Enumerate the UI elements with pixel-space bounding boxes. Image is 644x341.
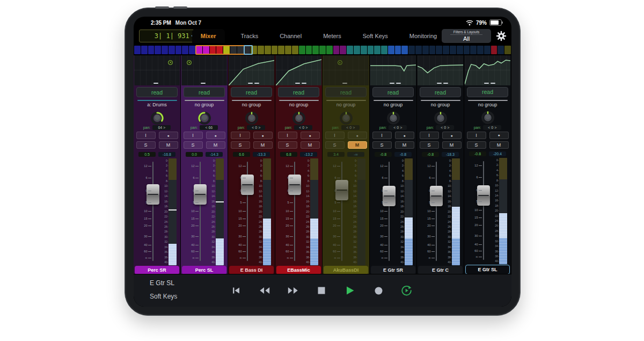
- track-color-cell[interactable]: [361, 46, 367, 54]
- fader[interactable]: 12605101520304060∞: [137, 158, 160, 265]
- group-indicator[interactable]: no group: [181, 98, 228, 111]
- fast-forward-button[interactable]: [287, 285, 299, 296]
- fader-cap[interactable]: [147, 184, 159, 205]
- volume-up-button[interactable]: [155, 6, 169, 9]
- volume-down-button[interactable]: [173, 6, 187, 9]
- track-color-cell[interactable]: [436, 46, 442, 54]
- input-monitor-button[interactable]: I: [136, 132, 156, 139]
- track-color-cell[interactable]: [415, 46, 422, 54]
- automation-graph[interactable]: [229, 55, 274, 85]
- input-monitor-button[interactable]: I: [184, 132, 203, 139]
- skip-to-start-button[interactable]: [230, 285, 242, 296]
- automation-read-button[interactable]: read: [231, 87, 272, 97]
- mute-button[interactable]: M: [301, 141, 320, 149]
- automation-read-button[interactable]: read: [420, 87, 461, 97]
- record-arm-button[interactable]: ●: [301, 132, 320, 139]
- automation-read-button[interactable]: read: [467, 87, 508, 97]
- automation-graph[interactable]: [465, 55, 510, 85]
- track-color-cell[interactable]: [292, 46, 298, 54]
- track-color-scrubber[interactable]: [134, 46, 511, 54]
- solo-button[interactable]: S: [136, 141, 156, 149]
- mute-button[interactable]: M: [159, 141, 178, 149]
- tab-monitoring[interactable]: Monitoring: [404, 30, 442, 42]
- pan-value[interactable]: < 0 >: [341, 125, 360, 130]
- mute-button[interactable]: M: [489, 141, 509, 149]
- solo-button[interactable]: S: [420, 141, 439, 149]
- track-color-cell[interactable]: [244, 46, 251, 54]
- track-color-cell[interactable]: [182, 46, 188, 54]
- pan-knob[interactable]: [134, 111, 180, 125]
- play-button[interactable]: [344, 285, 356, 296]
- track-color-cell[interactable]: [196, 46, 202, 54]
- track-color-cell[interactable]: [470, 46, 477, 54]
- input-monitor-button[interactable]: I: [420, 132, 439, 139]
- group-indicator[interactable]: no group: [370, 98, 416, 111]
- track-color-cell[interactable]: [175, 46, 182, 54]
- track-color-cell[interactable]: [203, 46, 209, 54]
- track-color-cell[interactable]: [450, 46, 456, 54]
- stop-button[interactable]: [316, 285, 327, 296]
- track-color-cell[interactable]: [169, 46, 175, 54]
- track-name-plate[interactable]: EBassMic: [276, 266, 321, 274]
- pan-value[interactable]: 64 >: [152, 125, 171, 130]
- automation-graph[interactable]: [134, 55, 180, 85]
- fader[interactable]: 12605101520304060∞: [184, 158, 207, 265]
- track-color-cell[interactable]: [422, 46, 429, 54]
- record-arm-button[interactable]: ●: [348, 132, 367, 139]
- automation-graph[interactable]: [323, 55, 369, 85]
- solo-button[interactable]: S: [184, 141, 203, 149]
- track-color-cell[interactable]: [162, 46, 168, 54]
- track-color-cell[interactable]: [148, 46, 155, 54]
- track-color-cell[interactable]: [464, 46, 470, 54]
- track-color-cell[interactable]: [491, 46, 497, 54]
- pan-knob[interactable]: [275, 111, 322, 125]
- track-color-cell[interactable]: [265, 46, 271, 54]
- fader-cap[interactable]: [383, 186, 396, 206]
- fader-cap[interactable]: [477, 185, 490, 206]
- track-color-cell[interactable]: [388, 46, 394, 54]
- tab-meters[interactable]: Meters: [318, 30, 347, 42]
- fader[interactable]: 12605101520304060∞: [467, 158, 491, 264]
- track-name-plate[interactable]: Perc SR: [135, 266, 179, 274]
- record-arm-button[interactable]: ●: [395, 132, 414, 139]
- group-indicator[interactable]: no group: [275, 98, 322, 111]
- fader[interactable]: 12605101520304060∞: [373, 158, 396, 265]
- record-arm-button[interactable]: ●: [159, 132, 178, 139]
- input-monitor-button[interactable]: I: [467, 132, 486, 139]
- input-monitor-button[interactable]: I: [231, 132, 250, 139]
- track-color-cell[interactable]: [354, 46, 360, 54]
- location-counter[interactable]: 3| 1| 931 ▾: [139, 30, 196, 42]
- track-name-plate[interactable]: E Gtr C: [418, 266, 463, 274]
- mute-button[interactable]: M: [395, 141, 414, 149]
- fader[interactable]: 12605101520304060∞: [420, 158, 443, 265]
- track-color-cell[interactable]: [312, 46, 319, 54]
- track-color-cell[interactable]: [258, 46, 264, 54]
- mute-button[interactable]: M: [348, 141, 367, 149]
- automation-graph[interactable]: [276, 55, 321, 85]
- solo-button[interactable]: S: [278, 141, 297, 149]
- tab-soft-keys[interactable]: Soft Keys: [357, 30, 393, 42]
- track-color-cell[interactable]: [477, 46, 484, 54]
- pan-knob[interactable]: [228, 111, 275, 125]
- track-color-cell[interactable]: [368, 46, 374, 54]
- track-color-cell[interactable]: [401, 46, 408, 54]
- automation-read-button[interactable]: read: [278, 87, 319, 97]
- track-color-cell[interactable]: [347, 46, 353, 54]
- track-color-cell[interactable]: [155, 46, 161, 54]
- track-name-plate[interactable]: Perc SL: [182, 266, 226, 274]
- pan-value[interactable]: < 0 >: [436, 125, 454, 130]
- track-color-cell[interactable]: [306, 46, 312, 54]
- automation-read-button[interactable]: read: [372, 87, 414, 97]
- automation-graph[interactable]: [418, 55, 463, 85]
- group-indicator[interactable]: no group: [417, 98, 464, 111]
- track-color-cell[interactable]: [285, 46, 291, 54]
- pan-knob[interactable]: [370, 111, 416, 125]
- input-monitor-button[interactable]: I: [372, 132, 392, 139]
- fader-cap[interactable]: [430, 186, 443, 206]
- fader-cap[interactable]: [194, 184, 207, 205]
- tab-mixer[interactable]: Mixer: [192, 29, 225, 43]
- track-color-cell[interactable]: [429, 46, 436, 54]
- solo-button[interactable]: S: [325, 141, 345, 149]
- track-color-cell[interactable]: [272, 46, 278, 54]
- track-color-cell[interactable]: [381, 46, 387, 54]
